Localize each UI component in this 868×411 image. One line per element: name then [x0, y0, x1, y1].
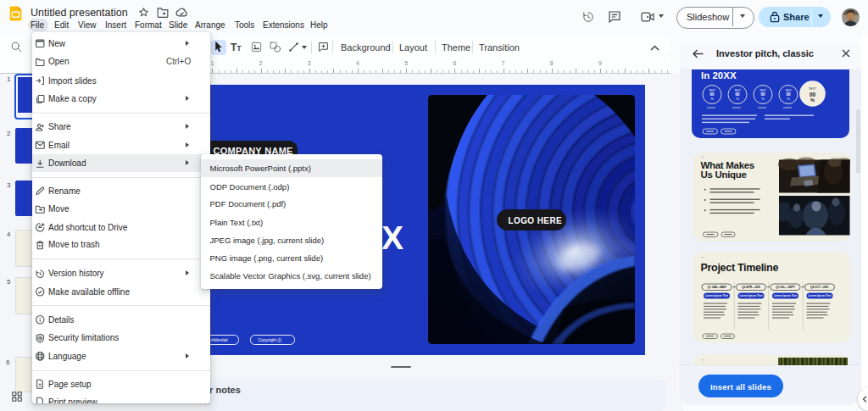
svg-text:%: %	[761, 97, 765, 101]
svg-text:%: %	[710, 97, 714, 101]
svg-text:00: 00	[810, 92, 816, 97]
svg-text:TEXT: TEXT	[809, 87, 817, 91]
svg-text:Q1 JAN—MAR: Q1 JAN—MAR	[708, 286, 727, 289]
svg-text:Q3 JUL—SEPT: Q3 JUL—SEPT	[776, 286, 795, 289]
svg-text:Q4 OCT—DEC: Q4 OCT—DEC	[810, 286, 829, 289]
svg-text:Lorem Ipsum Text: Lorem Ipsum Text	[774, 294, 798, 297]
svg-text:Lorem Ipsum Text: Lorem Ipsum Text	[808, 294, 832, 297]
svg-text:%: %	[810, 97, 815, 103]
svg-text:%: %	[787, 97, 790, 101]
svg-text:%: %	[736, 97, 739, 101]
svg-text:Lorem Ipsum Text: Lorem Ipsum Text	[705, 294, 729, 297]
svg-text:Q2 APR—JUN: Q2 APR—JUN	[742, 286, 760, 289]
svg-text:Lorem Ipsum Text: Lorem Ipsum Text	[739, 294, 763, 297]
